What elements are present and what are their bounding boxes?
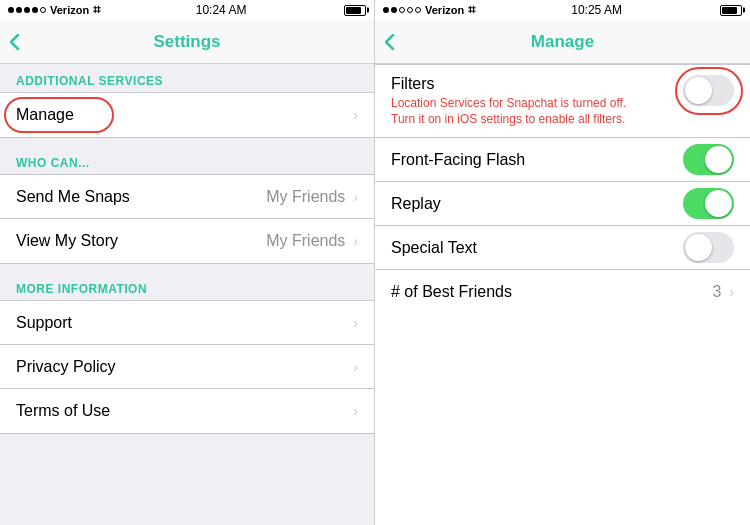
terms-of-use-label: Terms of Use [16, 402, 353, 420]
signal-left [8, 7, 46, 13]
section-header-more-info: MORE INFORMATION [0, 272, 374, 300]
wifi-icon-left: ⌗ [93, 2, 100, 18]
front-facing-flash-toggle[interactable] [683, 144, 734, 175]
more-info-group: Support › Privacy Policy › Terms of Use … [0, 300, 374, 434]
view-my-story-row[interactable]: View My Story My Friends › [0, 219, 374, 263]
manage-label: Manage [16, 106, 353, 124]
filters-toggle[interactable] [683, 75, 734, 106]
privacy-policy-chevron: › [353, 359, 358, 375]
carrier-left: Verizon [50, 4, 89, 16]
manage-title: Manage [531, 32, 594, 52]
send-me-snaps-label: Send Me Snaps [16, 188, 266, 206]
status-bar-left: Verizon ⌗ 10:24 AM [0, 0, 374, 20]
settings-content: ADDITIONAL SERVICES Manage › WHO CAN... … [0, 64, 374, 525]
manage-content: Filters Location Services for Snapchat i… [375, 64, 750, 525]
view-my-story-value: My Friends [266, 232, 345, 250]
support-chevron: › [353, 315, 358, 331]
spacer-1 [0, 138, 374, 146]
battery-right [718, 5, 742, 16]
filters-label: Filters [391, 75, 683, 93]
replay-label: Replay [391, 195, 683, 213]
section-header-additional: ADDITIONAL SERVICES [0, 64, 374, 92]
filters-row: Filters Location Services for Snapchat i… [375, 64, 750, 138]
send-me-snaps-row[interactable]: Send Me Snaps My Friends › [0, 175, 374, 219]
best-friends-row[interactable]: # of Best Friends 3 › [375, 270, 750, 314]
additional-services-group: Manage › [0, 92, 374, 138]
spacer-2 [0, 264, 374, 272]
battery-left [342, 5, 366, 16]
status-bar-right: Verizon ⌗ 10:25 AM [375, 0, 750, 20]
support-row[interactable]: Support › [0, 301, 374, 345]
special-text-label: Special Text [391, 239, 683, 257]
support-label: Support [16, 314, 353, 332]
time-right: 10:25 AM [571, 3, 622, 17]
best-friends-value: 3 [712, 283, 721, 301]
wifi-icon-right: ⌗ [468, 2, 475, 18]
manage-panel: Verizon ⌗ 10:25 AM Manage Filters Locati… [375, 0, 750, 525]
manage-chevron: › [353, 107, 358, 123]
filters-sublabel: Location Services for Snapchat is turned… [391, 96, 683, 127]
manage-back-button[interactable] [385, 34, 395, 50]
best-friends-label: # of Best Friends [391, 283, 712, 301]
settings-panel: Verizon ⌗ 10:24 AM Settings ADDITIONAL S… [0, 0, 375, 525]
send-me-snaps-value: My Friends [266, 188, 345, 206]
settings-title: Settings [153, 32, 220, 52]
front-facing-flash-row[interactable]: Front-Facing Flash [375, 138, 750, 182]
view-my-story-chevron: › [353, 233, 358, 249]
best-friends-chevron: › [729, 284, 734, 300]
signal-right [383, 7, 421, 13]
time-left: 10:24 AM [196, 3, 247, 17]
replay-row[interactable]: Replay [375, 182, 750, 226]
carrier-right: Verizon [425, 4, 464, 16]
section-header-who-can: WHO CAN... [0, 146, 374, 174]
special-text-toggle[interactable] [683, 232, 734, 263]
settings-nav-bar: Settings [0, 20, 374, 64]
manage-row[interactable]: Manage › [0, 93, 374, 137]
terms-of-use-row[interactable]: Terms of Use › [0, 389, 374, 433]
view-my-story-label: View My Story [16, 232, 266, 250]
manage-nav-bar: Manage [375, 20, 750, 64]
terms-of-use-chevron: › [353, 403, 358, 419]
who-can-group: Send Me Snaps My Friends › View My Story… [0, 174, 374, 264]
privacy-policy-label: Privacy Policy [16, 358, 353, 376]
privacy-policy-row[interactable]: Privacy Policy › [0, 345, 374, 389]
special-text-row[interactable]: Special Text [375, 226, 750, 270]
replay-toggle[interactable] [683, 188, 734, 219]
settings-back-button[interactable] [10, 34, 20, 50]
send-me-snaps-chevron: › [353, 189, 358, 205]
front-facing-flash-label: Front-Facing Flash [391, 151, 683, 169]
